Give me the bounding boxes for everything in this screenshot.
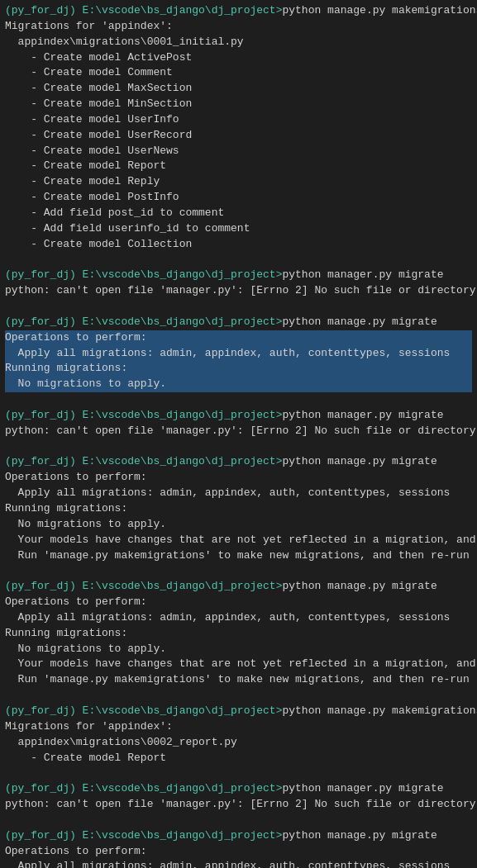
prompt-command: python manage.py makemigrations bbox=[282, 704, 477, 717]
terminal-line bbox=[5, 813, 472, 828]
terminal-line: (py_for_dj) E:\vscode\bs_django\dj_proje… bbox=[5, 828, 472, 844]
terminal-line bbox=[5, 688, 472, 704]
prompt-command: python manage.py migrate bbox=[282, 455, 436, 467]
terminal-line: - Create model UserInfo bbox=[5, 112, 472, 128]
terminal-line: - Create model Report bbox=[5, 751, 472, 766]
terminal-line: Your models have changes that are not ye… bbox=[5, 657, 472, 672]
terminal-line: Migrations for 'appindex': bbox=[5, 719, 472, 735]
terminal-line: - Create model MaxSection bbox=[5, 81, 472, 97]
terminal-line: Operations to perform: bbox=[5, 844, 472, 860]
terminal-line: - Create model UserNews bbox=[5, 144, 472, 159]
prompt-path: (py_for_dj) E:\vscode\bs_django\dj_proje… bbox=[5, 409, 282, 421]
terminal-line: Apply all migrations: admin, appindex, a… bbox=[5, 859, 472, 868]
terminal-line: Apply all migrations: admin, appindex, a… bbox=[5, 346, 472, 362]
terminal-line: Run 'manage.py makemigrations' to make n… bbox=[5, 548, 472, 564]
terminal-line bbox=[5, 439, 472, 455]
prompt-path: (py_for_dj) E:\vscode\bs_django\dj_proje… bbox=[5, 782, 282, 794]
prompt-path: (py_for_dj) E:\vscode\bs_django\dj_proje… bbox=[5, 315, 282, 328]
terminal-line: Migrations for 'appindex': bbox=[5, 19, 472, 35]
prompt-path: (py_for_dj) E:\vscode\bs_django\dj_proje… bbox=[5, 704, 282, 717]
terminal-line: Running migrations: bbox=[5, 361, 472, 377]
prompt-path: (py_for_dj) E:\vscode\bs_django\dj_proje… bbox=[5, 268, 282, 281]
terminal-line: Operations to perform: bbox=[5, 595, 472, 610]
terminal-line: (py_for_dj) E:\vscode\bs_django\dj_proje… bbox=[5, 408, 472, 424]
terminal-line: No migrations to apply. bbox=[5, 642, 472, 657]
terminal-line: - Create model Report bbox=[5, 159, 472, 174]
prompt-command: python manager.py migrate bbox=[282, 268, 443, 281]
terminal-line: appindex\migrations\0001_initial.py bbox=[5, 35, 472, 50]
terminal-line: - Create model UserRecord bbox=[5, 128, 472, 144]
terminal-line: - Create model MinSection bbox=[5, 97, 472, 112]
terminal-line bbox=[5, 563, 472, 579]
terminal-line: - Create model Collection bbox=[5, 237, 472, 253]
terminal-line: (py_for_dj) E:\vscode\bs_django\dj_proje… bbox=[5, 315, 472, 330]
prompt-command: python manage.py makemigrations bbox=[282, 4, 477, 17]
prompt-command: python manager.py migrate bbox=[282, 782, 443, 794]
terminal-line: Run 'manage.py makemigrations' to make n… bbox=[5, 672, 472, 688]
prompt-path: (py_for_dj) E:\vscode\bs_django\dj_proje… bbox=[5, 829, 282, 842]
terminal-line: (py_for_dj) E:\vscode\bs_django\dj_proje… bbox=[5, 704, 472, 719]
terminal-line: - Add field post_id to comment bbox=[5, 206, 472, 221]
prompt-command: python manage.py migrate bbox=[282, 829, 436, 842]
terminal-line: - Create model ActivePost bbox=[5, 50, 472, 66]
prompt-command: python manager.py migrate bbox=[282, 409, 443, 421]
terminal-line: Running migrations: bbox=[5, 626, 472, 642]
terminal-line: (py_for_dj) E:\vscode\bs_django\dj_proje… bbox=[5, 781, 472, 797]
terminal-line: python: can't open file 'manager.py': [E… bbox=[5, 283, 472, 299]
terminal-line: python: can't open file 'manager.py': [E… bbox=[5, 797, 472, 813]
terminal-line: Operations to perform: bbox=[5, 330, 472, 346]
terminal-window: (py_for_dj) E:\vscode\bs_django\dj_proje… bbox=[0, 0, 477, 868]
terminal-line bbox=[5, 299, 472, 315]
terminal-line: - Create model Reply bbox=[5, 174, 472, 190]
terminal-line bbox=[5, 253, 472, 268]
terminal-line: - Create model PostInfo bbox=[5, 190, 472, 206]
terminal-line: Operations to perform: bbox=[5, 470, 472, 486]
terminal-line: (py_for_dj) E:\vscode\bs_django\dj_proje… bbox=[5, 579, 472, 595]
terminal-line: No migrations to apply. bbox=[5, 517, 472, 533]
terminal-line: Your models have changes that are not ye… bbox=[5, 533, 472, 548]
terminal-line: appindex\migrations\0002_report.py bbox=[5, 735, 472, 751]
terminal-line: python: can't open file 'manager.py': [E… bbox=[5, 424, 472, 439]
terminal-line: No migrations to apply. bbox=[5, 377, 472, 392]
prompt-command: python manage.py migrate bbox=[282, 315, 436, 328]
terminal-line: (py_for_dj) E:\vscode\bs_django\dj_proje… bbox=[5, 268, 472, 283]
terminal-line bbox=[5, 766, 472, 781]
terminal-line: Apply all migrations: admin, appindex, a… bbox=[5, 610, 472, 626]
terminal-line: Running migrations: bbox=[5, 501, 472, 517]
terminal-line: (py_for_dj) E:\vscode\bs_django\dj_proje… bbox=[5, 3, 472, 19]
prompt-path: (py_for_dj) E:\vscode\bs_django\dj_proje… bbox=[5, 580, 282, 592]
terminal-line: (py_for_dj) E:\vscode\bs_django\dj_proje… bbox=[5, 454, 472, 470]
terminal-line bbox=[5, 392, 472, 408]
terminal-line: - Create model Comment bbox=[5, 65, 472, 81]
prompt-command: python manage.py migrate bbox=[282, 580, 436, 592]
prompt-path: (py_for_dj) E:\vscode\bs_django\dj_proje… bbox=[5, 4, 282, 17]
prompt-path: (py_for_dj) E:\vscode\bs_django\dj_proje… bbox=[5, 455, 282, 467]
terminal-line: - Add field userinfo_id to comment bbox=[5, 221, 472, 237]
terminal-line: Apply all migrations: admin, appindex, a… bbox=[5, 486, 472, 501]
